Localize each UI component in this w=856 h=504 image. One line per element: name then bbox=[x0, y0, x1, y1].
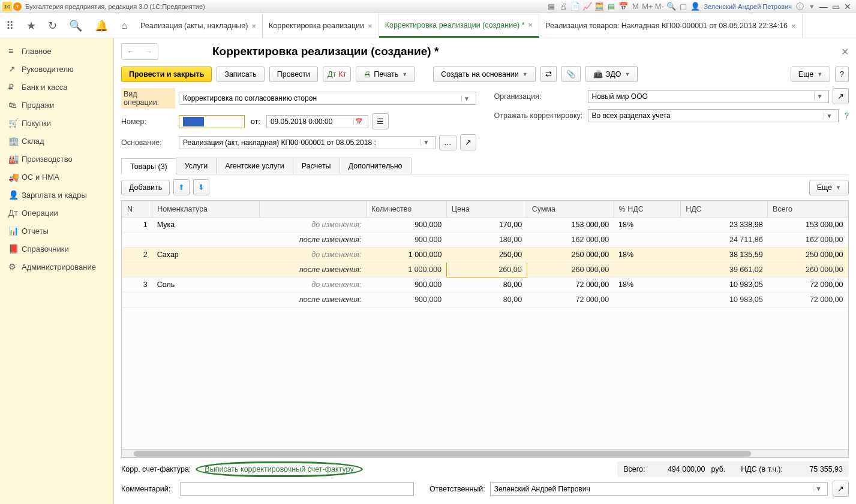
col-qty[interactable]: Количество bbox=[367, 201, 447, 218]
calc-icon[interactable]: 🧮 bbox=[594, 1, 605, 12]
sidebar-item[interactable]: ⚙Администрирование bbox=[0, 258, 113, 276]
structure-button[interactable]: ⇄ bbox=[540, 66, 557, 82]
close-icon[interactable]: × bbox=[528, 20, 533, 29]
more-button[interactable]: Еще▼ bbox=[791, 67, 830, 82]
history-icon[interactable]: ↻ bbox=[48, 19, 57, 32]
col-vatpct[interactable]: % НДС bbox=[614, 201, 681, 218]
comment-field[interactable] bbox=[180, 482, 414, 496]
bell-icon[interactable]: 🔔 bbox=[95, 19, 108, 32]
close-icon[interactable]: × bbox=[251, 22, 256, 31]
table-row[interactable]: после изменения:1 000,000260,00260 000,0… bbox=[122, 262, 848, 277]
search-icon[interactable]: 🔍 bbox=[69, 19, 82, 32]
apps-icon[interactable]: ⠿ bbox=[6, 19, 14, 32]
window-tab[interactable]: Корректировка реализации (создание) *× bbox=[379, 13, 540, 38]
table-row[interactable]: после изменения:900,000180,00162 000,002… bbox=[122, 233, 848, 248]
sidebar-item[interactable]: ₽Банк и касса bbox=[0, 78, 113, 96]
print-button[interactable]: 🖨Печать▼ bbox=[356, 67, 415, 82]
sidebar-item[interactable]: ДтОперации bbox=[0, 204, 113, 222]
list-button[interactable]: ☰ bbox=[372, 113, 389, 129]
inner-tab[interactable]: Товары (3) bbox=[121, 158, 176, 174]
user-name[interactable]: Зеленский Андрей Петрович bbox=[704, 3, 792, 10]
nav-forward[interactable]: → bbox=[141, 45, 157, 58]
calendar-icon[interactable]: 📅 bbox=[618, 1, 629, 12]
col-n[interactable]: N bbox=[122, 201, 152, 218]
dropdown-icon[interactable]: ▾ bbox=[806, 1, 817, 12]
basis-more[interactable]: … bbox=[439, 135, 456, 150]
grid-icon[interactable]: ▦ bbox=[546, 1, 557, 12]
inner-tab[interactable]: Дополнительно bbox=[340, 158, 412, 174]
move-up-button[interactable]: ⬆ bbox=[173, 179, 190, 195]
dropdown-icon[interactable]: ▼ bbox=[813, 485, 824, 492]
window-tab[interactable]: Реализация товаров: Накладная КП00-00000… bbox=[539, 13, 802, 38]
table-more-button[interactable]: Еще▼ bbox=[809, 180, 849, 195]
window-tab[interactable]: Реализация (акты, накладные)× bbox=[134, 13, 263, 38]
sidebar-item[interactable]: 📊Отчеты bbox=[0, 222, 113, 240]
sidebar-item[interactable]: 🚚ОС и НМА bbox=[0, 168, 113, 186]
h-scrollbar[interactable] bbox=[122, 449, 848, 457]
chart-icon[interactable]: 📈 bbox=[582, 1, 593, 12]
sidebar-item[interactable]: 🛒Покупки bbox=[0, 114, 113, 132]
window-mode-icon[interactable]: ▢ bbox=[678, 1, 689, 12]
edo-button[interactable]: 📠 ЭДО▼ bbox=[585, 66, 638, 82]
post-close-button[interactable]: Провести и закрыть bbox=[121, 67, 212, 82]
window-tab[interactable]: Корректировка реализации× bbox=[263, 13, 379, 38]
dropdown-icon[interactable]: ▼ bbox=[824, 113, 834, 119]
dropdown-icon[interactable]: ▼ bbox=[814, 93, 825, 99]
window-minimize[interactable]: — bbox=[818, 2, 830, 11]
page-close[interactable]: ✕ bbox=[841, 46, 849, 58]
basis-open[interactable]: ↗ bbox=[460, 134, 476, 150]
sidebar-item[interactable]: 🏢Склад bbox=[0, 132, 113, 150]
save-button[interactable]: Записать bbox=[217, 67, 264, 82]
help-button[interactable]: ? bbox=[835, 67, 849, 82]
date-field[interactable]: 09.05.2018 0:00:00📅 bbox=[266, 115, 368, 128]
close-icon[interactable]: × bbox=[368, 22, 373, 31]
m-plus-icon[interactable]: M+ bbox=[642, 1, 653, 12]
op-type-field[interactable]: Корректировка по согласованию сторон▼ bbox=[179, 92, 476, 105]
dropdown-icon[interactable]: ▼ bbox=[461, 95, 472, 102]
number-field[interactable] bbox=[179, 115, 245, 128]
info-icon[interactable]: ⓘ bbox=[794, 1, 805, 12]
m-icon[interactable]: M bbox=[630, 1, 641, 12]
goods-table[interactable]: N Номенклатура Количество Цена Сумма % Н… bbox=[122, 201, 848, 307]
table-row[interactable]: 3Сольдо изменения:900,00080,0072 000,001… bbox=[122, 277, 848, 292]
create-based-button[interactable]: Создать на основании▼ bbox=[433, 67, 536, 82]
help-icon[interactable]: ? bbox=[845, 111, 849, 120]
sidebar-item[interactable]: 📕Справочники bbox=[0, 240, 113, 258]
col-nom[interactable]: Номенклатура bbox=[152, 201, 259, 218]
table-row[interactable]: после изменения:900,00080,0072 000,0010 … bbox=[122, 292, 848, 307]
col-price[interactable]: Цена bbox=[446, 201, 527, 218]
col-sum[interactable]: Сумма bbox=[527, 201, 614, 218]
post-button[interactable]: Провести bbox=[269, 67, 318, 82]
org-open[interactable]: ↗ bbox=[833, 88, 849, 104]
sidebar-item[interactable]: 👤Зарплата и кадры bbox=[0, 186, 113, 204]
app-menu-dropdown[interactable]: ▾ bbox=[13, 2, 22, 11]
sidebar-item[interactable]: ≡Главное bbox=[0, 42, 113, 60]
sheet-icon[interactable]: ▤ bbox=[606, 1, 617, 12]
col-vat[interactable]: НДС bbox=[681, 201, 768, 218]
inner-tab[interactable]: Услуги bbox=[176, 158, 217, 174]
nav-back[interactable]: ← bbox=[123, 45, 139, 58]
print-icon[interactable]: 🖨 bbox=[558, 1, 569, 12]
zoom-icon[interactable]: 🔍 bbox=[666, 1, 677, 12]
sidebar-item[interactable]: 🏭Производство bbox=[0, 150, 113, 168]
add-row-button[interactable]: Добавить bbox=[121, 180, 170, 195]
sidebar-item[interactable]: ↗Руководителю bbox=[0, 60, 113, 78]
window-close[interactable]: ✕ bbox=[842, 2, 854, 11]
dtkt-button[interactable]: ДтКт bbox=[323, 67, 351, 82]
favorites-icon[interactable]: ★ bbox=[26, 19, 36, 32]
dropdown-icon[interactable]: ▼ bbox=[421, 139, 431, 146]
table-row[interactable]: 1Мукадо изменения:900,000170,00153 000,0… bbox=[122, 218, 848, 233]
table-row[interactable]: 2Сахардо изменения:1 000,000250,00250 00… bbox=[122, 248, 848, 262]
calendar-icon[interactable]: 📅 bbox=[353, 118, 364, 125]
reflect-field[interactable]: Во всех разделах учета▼ bbox=[588, 109, 839, 122]
close-icon[interactable]: × bbox=[791, 22, 796, 31]
resp-field[interactable]: Зеленский Андрей Петрович▼ bbox=[490, 482, 828, 496]
m-minus-icon[interactable]: M- bbox=[654, 1, 665, 12]
move-down-button[interactable]: ⬇ bbox=[193, 179, 209, 195]
attach-button[interactable]: 📎 bbox=[561, 66, 581, 82]
col-total[interactable]: Всего bbox=[768, 201, 848, 218]
basis-field[interactable]: Реализация (акт, накладная) КП00-000001 … bbox=[179, 136, 435, 149]
inner-tab[interactable]: Расчеты bbox=[293, 158, 340, 174]
sidebar-item[interactable]: 🛍Продажи bbox=[0, 96, 113, 114]
inner-tab[interactable]: Агентские услуги bbox=[216, 158, 293, 174]
